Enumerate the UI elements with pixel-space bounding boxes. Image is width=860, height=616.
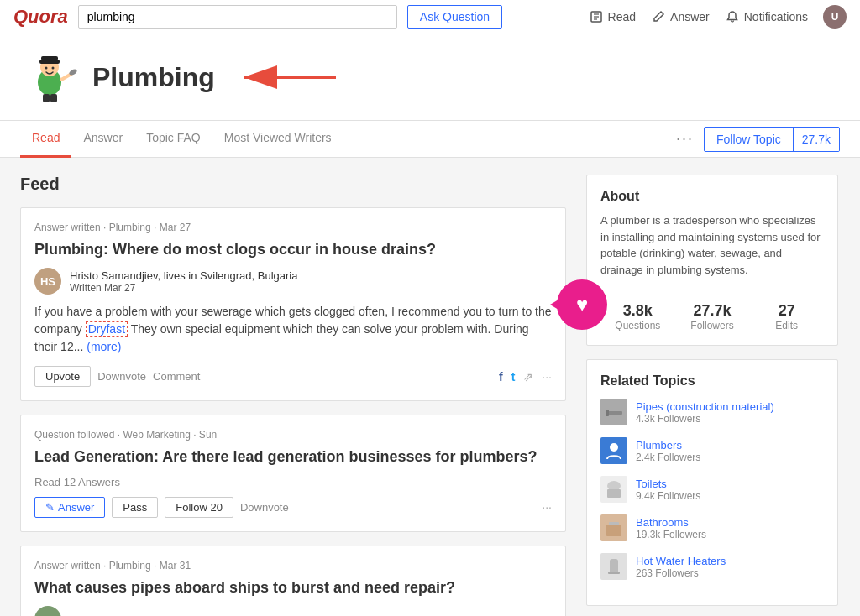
related-topic-followers: 4.3k Followers [636,413,774,425]
stat-followers-value: 27.7k [675,302,750,320]
feed-item-meta: Answer written · Plumbing · Mar 31 [34,560,552,572]
header: Quora Ask Question Read Answer Notificat… [0,0,860,34]
related-topics-title: Related Topics [600,373,824,389]
feed-item-meta: Answer written · Plumbing · Mar 27 [34,222,552,233]
header-nav: Read Answer Notifications U [589,5,847,29]
facebook-icon[interactable]: f [499,370,503,384]
related-topic-item[interactable]: Plumbers 2.4k Followers [600,437,824,464]
about-title: About [600,189,824,204]
svg-rect-17 [606,410,609,416]
author-name: Hristo Samandjiev, lives in Svilengrad, … [70,269,297,282]
svg-point-12 [45,66,47,69]
search-input[interactable] [78,5,397,29]
svg-point-18 [610,443,618,452]
related-topic-followers: 263 Followers [636,567,726,579]
about-description: A plumber is a tradesperson who speciali… [600,212,824,278]
feed-title: Feed [20,175,566,194]
related-topic-name: Hot Water Heaters [636,555,726,567]
avatar[interactable]: U [823,5,847,29]
stat-questions-label: Questions [600,320,675,331]
tab-answer[interactable]: Answer [71,121,134,158]
stat-edits: 27 Edits [749,302,824,331]
svg-rect-7 [41,56,58,60]
related-topic-name: Toilets [636,478,700,490]
follow-topic-button[interactable]: Follow Topic 27.7k [704,127,840,152]
follow-topic-count[interactable]: 27.7k [793,128,839,151]
feed-item: Question followed · Web Marketing · Sun … [20,415,566,531]
related-topic-item[interactable]: Toilets 9.4k Followers [600,476,824,503]
follow-button[interactable]: Follow 20 [165,497,233,518]
more-icon[interactable]: ··· [542,370,552,384]
social-share-icons: ··· [542,500,552,514]
read-answers-link[interactable]: Read 12 Answers [34,476,552,488]
answer-button[interactable]: ✎ Answer [34,497,105,518]
related-topic-followers: 9.4k Followers [636,490,700,502]
downvote-text[interactable]: Downvote [240,501,289,514]
topic-title: Plumbing [92,62,215,93]
arrow-decoration [235,65,336,90]
stat-questions-value: 3.8k [600,302,675,320]
pencil-icon-small: ✎ [45,501,55,514]
topic-header: Plumbing [0,34,860,121]
about-box: About A plumber is a tradesperson who sp… [586,175,838,346]
main-layout: Feed Answer written · Plumbing · Mar 27 … [0,158,860,616]
nav-notifications[interactable]: Notifications [725,9,808,24]
twitter-icon[interactable]: t [511,370,516,384]
tab-read[interactable]: Read [20,121,71,158]
related-topic-icon [600,476,627,503]
related-topic-name: Plumbers [636,439,700,452]
stats-row: 3.8k Questions 27.7k Followers 27 Edits [600,290,824,331]
related-topic-icon [600,553,627,580]
svg-rect-24 [608,572,620,574]
more-options-button[interactable]: ··· [676,130,694,148]
stat-followers-label: Followers [675,320,750,331]
follow-topic-main[interactable]: Follow Topic [705,128,793,151]
nav-answer[interactable]: Answer [651,9,710,24]
nav-read-label: Read [608,10,636,23]
downvote-text[interactable]: Downvote [97,370,146,383]
pass-button[interactable]: Pass [112,497,158,518]
related-topic-icon [600,437,627,464]
upvote-button[interactable]: Upvote [34,366,91,387]
related-topic-followers: 2.4k Followers [636,452,700,463]
related-topics-box: Related Topics Pipes (construction mater… [586,359,838,606]
related-topic-followers: 19.3k Followers [636,529,706,540]
pencil-icon [651,9,666,24]
comment-text[interactable]: Comment [153,370,200,383]
book-icon [589,9,604,24]
nav-read[interactable]: Read [589,9,636,24]
svg-rect-22 [609,522,619,525]
answer-author: HS Hristo Samandjiev, lives in Svilengra… [34,268,552,295]
author-avatar: HS [34,268,61,295]
author-avatar: SC [34,606,61,616]
feed-item-question[interactable]: Lead Generation: Are there lead generati… [34,447,552,467]
quora-logo[interactable]: Quora [13,6,68,28]
svg-rect-21 [606,525,621,536]
related-topic-item[interactable]: Pipes (construction material) 4.3k Follo… [600,399,824,425]
answer-author: SC Stephen Carey, Gentleman Farmer [34,606,552,616]
ask-question-button[interactable]: Ask Question [407,5,502,29]
svg-rect-10 [43,94,50,102]
nav-notifications-label: Notifications [744,10,808,23]
related-topic-item[interactable]: Bathrooms 19.3k Followers [600,514,824,541]
user-initial: U [831,11,839,23]
tab-faq[interactable]: Topic FAQ [134,121,212,158]
dryfast-link[interactable]: Dryfast [86,321,128,337]
more-icon[interactable]: ··· [542,500,552,514]
more-link[interactable]: (more) [87,340,121,353]
bell-icon [725,9,740,24]
share-icon[interactable]: ⇗ [523,370,533,384]
related-topic-name: Bathrooms [636,516,706,529]
feed-item-question[interactable]: Plumbing: Where do most clogs occur in h… [34,240,552,259]
feed-item-question[interactable]: What causes pipes aboard ships to burst … [34,578,552,598]
svg-rect-11 [50,94,57,102]
heart-bubble: ♥ [557,279,607,330]
svg-point-13 [51,66,54,69]
tab-nav: Read Answer Topic FAQ Most Viewed Writer… [0,121,860,158]
related-topic-name: Pipes (construction material) [636,400,774,413]
related-topic-item[interactable]: Hot Water Heaters 263 Followers [600,553,824,580]
related-topic-icon [600,399,627,425]
related-topic-icon [600,514,627,541]
tab-writers[interactable]: Most Viewed Writers [212,121,343,158]
heart-icon: ♥ [576,293,588,316]
